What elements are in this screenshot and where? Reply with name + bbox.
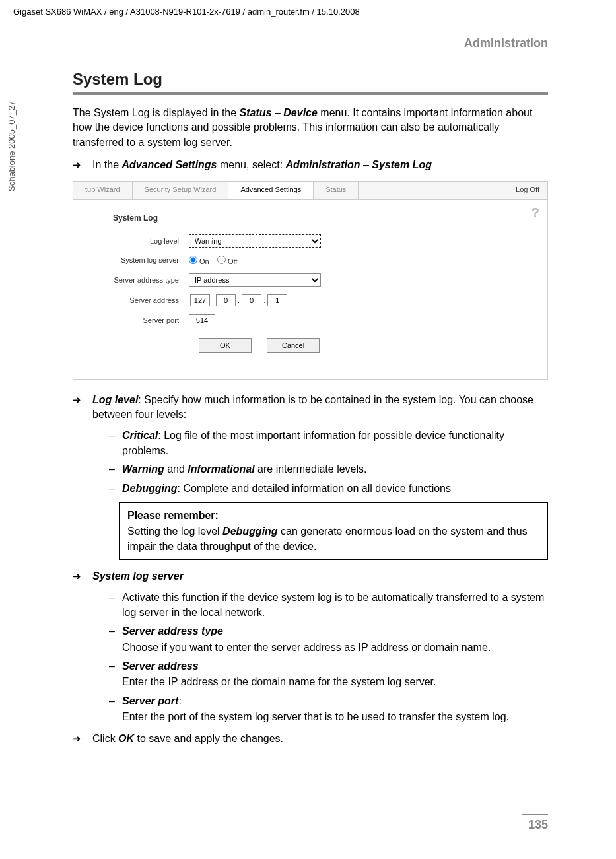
click-ok-pre: Click [92,733,118,744]
warning-text: are intermediate levels. [255,464,367,475]
tab-bar: tup Wizard Security Setup Wizard Advance… [73,182,547,200]
server-port: Server port: Enter the port of the syste… [109,694,548,725]
loglevel-term: Log level [92,394,138,405]
radio-on-label: On [199,258,209,265]
tab-security-wizard[interactable]: Security Setup Wizard [133,182,229,199]
label-port: Server port: [73,316,189,324]
server-addr: Server address Enter the IP address or t… [109,659,548,690]
addrtype-select[interactable]: IP address [189,273,321,287]
nav-admin: Administration [286,159,360,170]
device-term: Device [283,107,318,118]
server-activate-text: Activate this function if the device sys… [122,592,544,617]
tab-advanced-settings[interactable]: Advanced Settings [228,182,314,199]
ip-dot: . [238,296,240,304]
warning-term: Warning [122,464,164,475]
nav-mid: menu, select: [217,159,286,170]
logoff-link[interactable]: Log Off [516,186,539,193]
label-addrtype: Server address type: [73,276,189,284]
level-critical: Critical: Log file of the most important… [109,429,548,458]
addr-term: Server address [122,660,199,671]
addrtype-term: Server address type [122,625,223,636]
loglevel-select[interactable]: Warning [189,234,321,248]
debug-text: : Complete and detailed information on a… [178,483,451,494]
ui-section-title: System Log [113,213,547,223]
note-body: Setting the log level Debugging can gene… [127,524,539,554]
radio-on[interactable] [189,256,197,264]
page-title: System Log [73,70,548,88]
loglevel-text: : Specify how much information is to be … [92,394,533,420]
addr-text: Enter the IP address or the domain name … [122,675,548,689]
tab-status[interactable]: Status [314,182,359,199]
radio-off[interactable] [217,256,226,264]
nav-adv: Advanced Settings [121,159,217,170]
server-sublist: Activate this function if the device sys… [109,590,548,724]
nav-syslog: System Log [372,159,432,170]
note-term: Debugging [222,526,278,537]
doc-header-path: Gigaset SX686 WiMAX / eng / A31008-N919-… [13,7,360,17]
page-number: 135 [522,814,548,832]
click-ok-term: OK [118,733,134,744]
ip-dot: . [263,296,265,304]
note-pre: Setting the log level [127,526,222,537]
cancel-button[interactable]: Cancel [267,338,320,353]
port-input[interactable] [189,314,215,326]
label-server: System log server: [73,256,189,264]
ok-button[interactable]: OK [199,338,252,353]
debug-term: Debugging [122,483,178,494]
help-icon[interactable]: ? [531,205,539,221]
note-title: Please remember: [127,508,539,523]
intro-text1: The System Log is displayed in the [73,107,240,118]
ip-dot: . [212,296,214,304]
label-addr: Server address: [73,296,189,304]
click-ok-instruction: Click OK to save and apply the changes. [73,732,548,746]
critical-text: : Log file of the most important informa… [122,430,504,456]
server-section-bullet: System log server [73,569,548,584]
ip-octet-2[interactable] [216,294,236,306]
label-loglevel: Log level: [73,237,189,245]
port-colon: : [178,695,181,706]
status-term: Status [240,107,272,118]
server-activate: Activate this function if the device sys… [109,590,548,620]
loglevel-bullet: Log level: Specify how much information … [73,393,548,423]
level-warning: Warning and Informational are intermedia… [109,462,548,477]
port-text: Enter the port of the system log server … [122,710,548,724]
heading-rule [73,92,548,95]
nav-dash: – [360,159,372,170]
level-debugging: Debugging: Complete and detailed informa… [109,481,548,496]
server-section-term: System log server [92,570,184,582]
nav-instruction: In the Advanced Settings menu, select: A… [73,158,548,172]
nav-prefix: In the [92,159,121,170]
intro-paragraph: The System Log is displayed in the Statu… [73,106,548,150]
dash: – [271,107,283,118]
router-ui-screenshot: tup Wizard Security Setup Wizard Advance… [73,181,548,380]
addrtype-text: Choose if you want to enter the server a… [122,640,548,655]
click-ok-post: to save and apply the changes. [134,733,283,744]
template-side-label: Schablone 2005_07_27 [7,101,17,191]
server-addrtype: Server address type Choose if you want t… [109,624,548,655]
ip-octet-1[interactable] [190,294,210,306]
info-term: Informational [188,464,254,475]
ip-octet-4[interactable] [267,294,287,306]
section-label: Administration [73,36,548,50]
note-box: Please remember: Setting the log level D… [119,502,548,560]
critical-term: Critical [122,430,158,441]
loglevel-sublist: Critical: Log file of the most important… [109,429,548,496]
radio-off-label: Off [228,258,237,265]
warning-mid: and [164,464,188,475]
ip-octet-3[interactable] [242,294,261,306]
tab-setup-wizard[interactable]: tup Wizard [73,182,133,199]
port-term: Server port [122,695,178,706]
